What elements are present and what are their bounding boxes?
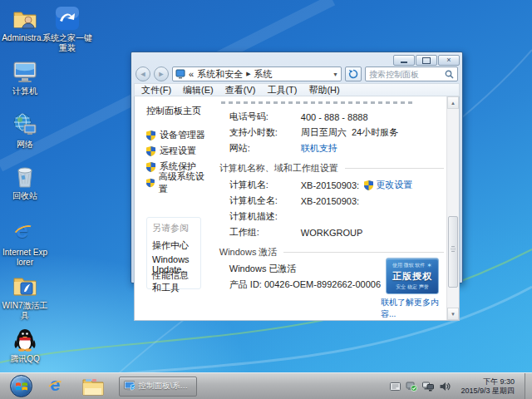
uac-shield-icon xyxy=(364,180,373,190)
sidebar-item-label: 远程设置 xyxy=(160,145,196,157)
change-settings-link[interactable]: 更改设置 xyxy=(376,179,412,191)
desktop: Administra... 系统之家一键重装 计算机 网络 回收站 e Inte… xyxy=(0,0,532,399)
sidebar-item-label: 高级系统设置 xyxy=(159,170,208,195)
window-titlebar[interactable]: × xyxy=(134,52,460,66)
row-label: 计算机名: xyxy=(229,179,301,191)
row-value: XB-20150903: xyxy=(301,196,359,206)
minimize-button[interactable] xyxy=(393,55,415,66)
scrollbar-track[interactable] xyxy=(447,109,459,308)
online-support-link[interactable]: 联机支持 xyxy=(301,142,337,155)
support-row-hours: 支持小时数: 周日至周六 24小时服务 xyxy=(219,125,444,140)
scroll-up-arrow[interactable]: ▲ xyxy=(447,96,459,109)
user-folder-icon xyxy=(12,5,38,32)
see-also-header: 另请参阅 xyxy=(152,222,195,234)
main-content: 电话号码: 400 - 888 - 8888 支持小时数: 周日至周六 24小时… xyxy=(208,96,459,320)
breadcrumb-system[interactable]: 系统 xyxy=(254,68,273,81)
scrollbar-thumb[interactable] xyxy=(448,216,458,288)
row-label: 工作组: xyxy=(229,226,301,239)
desktop-icon-internet-explorer[interactable]: e Internet Explorer xyxy=(2,219,48,268)
desktop-icon-recycle-bin[interactable]: 回收站 xyxy=(2,163,48,201)
system-tray: 下午 9:30 2015/9/3 星期四 xyxy=(389,373,532,399)
computer-name-section-header: 计算机名称、域和工作组设置 xyxy=(219,162,444,175)
internet-explorer-icon: e xyxy=(47,377,66,396)
menu-view[interactable]: 查看(V) xyxy=(225,84,256,96)
breadcrumb-system-security[interactable]: 系统和安全 xyxy=(197,68,243,81)
sidebar-item-remote-settings[interactable]: 远程设置 xyxy=(146,143,208,159)
forward-button[interactable]: ► xyxy=(154,66,169,81)
menu-bar: 文件(F) 编辑(E) 查看(V) 工具(T) 帮助(H) xyxy=(134,83,460,96)
taskbar-window-button-label: 控制面板\系统和... xyxy=(138,381,192,392)
sidebar-item-advanced-system-settings[interactable]: 高级系统设置 xyxy=(146,175,208,190)
badge-star-icon: ✶ xyxy=(426,262,432,269)
back-button[interactable]: ◄ xyxy=(135,66,150,81)
menu-file[interactable]: 文件(F) xyxy=(141,84,171,96)
volume-icon[interactable] xyxy=(439,381,451,392)
section-title: Windows 激活 xyxy=(219,246,278,259)
scroll-down-arrow[interactable]: ▼ xyxy=(447,308,459,320)
safely-remove-hardware-icon[interactable] xyxy=(406,381,417,392)
clock-time: 下午 9:30 xyxy=(461,377,515,387)
taskbar-windows-explorer[interactable] xyxy=(81,376,106,397)
desktop-icon-tencent-qq[interactable]: 腾讯QQ xyxy=(2,326,48,364)
search-input[interactable] xyxy=(369,70,442,79)
search-box[interactable] xyxy=(365,66,458,81)
desktop-icon-label: 网络 xyxy=(17,140,33,150)
vertical-scrollbar[interactable]: ▲ ▼ xyxy=(446,96,459,320)
row-value: 周日至周六 24小时服务 xyxy=(301,126,398,139)
taskbar-window-button-control-panel[interactable]: 控制面板\系统和... xyxy=(119,377,197,397)
row-label: 支持小时数: xyxy=(229,126,301,139)
row-label: 计算机全名: xyxy=(229,195,301,207)
taskbar: e 控制面板\系统和... 下午 9:30 2015/9/3 星 xyxy=(0,372,532,399)
row-label: 网站: xyxy=(229,142,301,155)
desktop-icon-label: WIN7激活工具 xyxy=(2,301,48,321)
desktop-icon-system-home-reinstall[interactable]: 系统之家一键重装 xyxy=(42,5,93,53)
menu-help[interactable]: 帮助(H) xyxy=(308,84,339,96)
show-desktop-button[interactable] xyxy=(525,373,532,399)
chevron-double-icon[interactable]: « xyxy=(189,69,194,79)
desktop-icon-label: 回收站 xyxy=(12,191,37,201)
maximize-button[interactable] xyxy=(416,55,437,66)
network-status-icon[interactable] xyxy=(422,381,434,392)
sidebar-item-action-center[interactable]: 操作中心 xyxy=(152,239,195,254)
breadcrumb-separator-icon: ▶ xyxy=(246,71,250,77)
activation-status-row: Windows 已激活 xyxy=(219,261,381,277)
menu-edit[interactable]: 编辑(E) xyxy=(183,84,214,96)
sidebar: 控制面板主页 设备管理器 远程设置 系统保护 高级系统设置 xyxy=(135,96,208,320)
menu-tools[interactable]: 工具(T) xyxy=(267,84,297,96)
refresh-button[interactable] xyxy=(345,66,362,81)
system-window: × ◄ ► « 系统和安全 ▶ 系统 ▼ 文件(F) 编辑(E) xyxy=(131,52,463,283)
close-button[interactable]: × xyxy=(438,55,460,66)
window-body: 控制面板主页 设备管理器 远程设置 系统保护 高级系统设置 xyxy=(134,96,460,321)
desktop-icon-label: 腾讯QQ xyxy=(10,354,40,364)
sidebar-item-device-manager[interactable]: 设备管理器 xyxy=(146,127,208,143)
product-id-row: 产品 ID: 00426-OEM-8992662-00006 xyxy=(219,277,381,293)
desktop-icon-computer[interactable]: 计算机 xyxy=(2,58,48,96)
see-also-section: 另请参阅 操作中心 Windows Update 性能信息和工具 xyxy=(146,217,201,289)
activation-section-header: Windows 激活 xyxy=(219,246,444,259)
badge-top-text: 使用 微软 软件 xyxy=(392,262,425,269)
taskbar-internet-explorer[interactable]: e xyxy=(44,376,69,397)
desktop-icon-label: Internet Explorer xyxy=(2,248,48,268)
input-method-icon[interactable] xyxy=(389,381,401,392)
sidebar-item-windows-update[interactable]: Windows Update xyxy=(152,254,195,269)
taskbar-clock[interactable]: 下午 9:30 2015/9/3 星期四 xyxy=(461,377,515,396)
start-button[interactable] xyxy=(10,375,32,397)
system-home-app-icon xyxy=(54,5,81,32)
recycle-bin-icon xyxy=(12,163,38,190)
desktop-icon-network[interactable]: 网络 xyxy=(2,111,48,150)
support-row-phone: 电话号码: 400 - 888 - 8888 xyxy=(219,109,444,125)
learn-more-online-link[interactable]: 联机了解更多内容... xyxy=(381,297,444,320)
sidebar-item-performance-tools[interactable]: 性能信息和工具 xyxy=(152,269,195,284)
uac-shield-icon xyxy=(146,162,155,172)
address-bar[interactable]: « 系统和安全 ▶ 系统 ▼ xyxy=(172,66,342,81)
section-rule xyxy=(283,252,444,253)
badge-main-text: 正版授权 xyxy=(392,270,432,283)
system-breadcrumb-icon xyxy=(175,69,185,79)
folder-icon xyxy=(82,377,104,396)
address-dropdown-icon[interactable]: ▼ xyxy=(332,71,338,77)
system-window-icon xyxy=(124,380,135,392)
row-label: 电话号码: xyxy=(229,111,301,123)
desktop-icon-win7-activation-tool[interactable]: WIN7激活工具 xyxy=(2,273,48,321)
desktop-icon-label: 计算机 xyxy=(12,86,37,96)
sidebar-item-control-panel-home[interactable]: 控制面板主页 xyxy=(146,105,208,117)
